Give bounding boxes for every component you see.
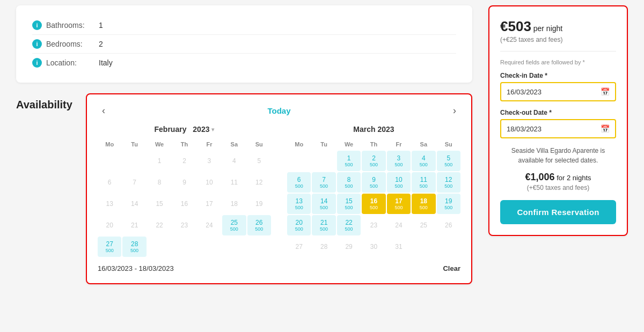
feb-4[interactable]: 4 [222, 151, 246, 171]
feb-18[interactable]: 18 [222, 194, 246, 214]
mar-15[interactable]: 15500 [337, 194, 361, 214]
feb-7[interactable]: 7 [122, 172, 146, 193]
mar-25[interactable]: 25 [412, 215, 435, 235]
mar-3[interactable]: 3500 [387, 151, 411, 171]
calendar-february: February 2023 ▾ Mo Tu We Th Fr Sa [98, 125, 271, 257]
mar-8[interactable]: 8500 [337, 172, 361, 193]
confirm-reservation-button[interactable]: Confirm Reservation [500, 200, 616, 224]
feb-1[interactable]: 1 [148, 151, 171, 171]
feb-9[interactable]: 9 [172, 172, 196, 193]
mar-2[interactable]: 2500 [362, 151, 385, 171]
bedrooms-value: 2 [99, 40, 103, 48]
mar-18[interactable]: 18500 [412, 194, 435, 214]
feb-14[interactable]: 14 [122, 194, 146, 214]
feb-15[interactable]: 15 [148, 194, 171, 214]
mar-7[interactable]: 7500 [312, 172, 335, 193]
feb-24[interactable]: 24 [197, 215, 221, 235]
col-header-tu: Tu [122, 139, 146, 150]
march-col-th: Th [362, 139, 385, 150]
mar-27[interactable]: 27 [287, 237, 311, 257]
page-container: i Bathrooms: 1 i Bedrooms: 2 i Location:… [0, 0, 644, 332]
feb-6[interactable]: 6 [98, 172, 121, 193]
february-grid: Mo Tu We Th Fr Sa Su 1 2 3 [98, 139, 271, 257]
feb-empty-end4 [222, 237, 246, 257]
col-header-we: We [148, 139, 171, 150]
mar-24[interactable]: 24 [387, 215, 411, 235]
mar-20[interactable]: 20500 [287, 215, 311, 235]
mar-12[interactable]: 12500 [437, 172, 460, 193]
mar-5[interactable]: 5500 [437, 151, 460, 171]
mar-29[interactable]: 29 [337, 237, 361, 257]
info-icon-bathrooms: i [32, 20, 42, 30]
feb-16[interactable]: 16 [172, 194, 196, 214]
feb-20[interactable]: 20 [98, 215, 121, 235]
mar-26[interactable]: 26 [437, 215, 460, 235]
feb-8[interactable]: 8 [148, 172, 171, 193]
calendars-row: February 2023 ▾ Mo Tu We Th Fr Sa [98, 125, 460, 257]
mar-13[interactable]: 13500 [287, 194, 311, 214]
mar-empty-end2 [437, 237, 460, 257]
checkout-input-wrap[interactable]: 📅 [500, 119, 616, 138]
feb-13[interactable]: 13 [98, 194, 121, 214]
checkout-input[interactable] [507, 125, 601, 133]
prev-month-button[interactable]: ‹ [98, 105, 109, 116]
feb-21[interactable]: 21 [122, 215, 146, 235]
feb-10[interactable]: 10 [197, 172, 221, 193]
feb-27[interactable]: 27500 [98, 237, 121, 257]
feb-2[interactable]: 2 [172, 151, 196, 171]
feb-17[interactable]: 17 [197, 194, 221, 214]
feb-25[interactable]: 25500 [222, 215, 246, 235]
mar-9[interactable]: 9500 [362, 172, 385, 193]
march-col-sa: Sa [412, 139, 435, 150]
feb-12[interactable]: 12 [247, 172, 271, 193]
mar-21[interactable]: 21500 [312, 215, 335, 235]
availability-message: Seaside Villa Egardo Aparente is availab… [500, 146, 616, 165]
feb-empty-1 [98, 151, 121, 171]
today-button[interactable]: Today [267, 106, 290, 115]
location-label: Location: [46, 58, 94, 67]
next-month-button[interactable]: › [449, 105, 460, 116]
march-col-su: Su [437, 139, 460, 150]
march-title: March 2023 [287, 125, 460, 134]
feb-26[interactable]: 26500 [247, 215, 271, 235]
availability-title: Availability [16, 93, 75, 111]
mar-4[interactable]: 4500 [412, 151, 435, 171]
feb-22[interactable]: 22 [148, 215, 171, 235]
feb-28[interactable]: 28500 [122, 237, 146, 257]
mar-31[interactable]: 31 [387, 237, 411, 257]
mar-28[interactable]: 28 [312, 237, 335, 257]
february-year: 2023 [193, 125, 209, 134]
march-col-we: We [337, 139, 361, 150]
mar-14[interactable]: 14500 [312, 194, 335, 214]
bathrooms-value: 1 [99, 21, 103, 29]
mar-1[interactable]: 1500 [337, 151, 361, 171]
clear-button[interactable]: Clear [443, 264, 460, 272]
checkin-input-wrap[interactable]: 📅 [500, 82, 616, 101]
feb-3[interactable]: 3 [197, 151, 221, 171]
mar-19[interactable]: 19500 [437, 194, 460, 214]
mar-22[interactable]: 22500 [337, 215, 361, 235]
col-header-fr: Fr [197, 139, 221, 150]
mar-10[interactable]: 10500 [387, 172, 411, 193]
info-icon-bedrooms: i [32, 39, 42, 49]
march-grid: Mo Tu We Th Fr Sa Su 1500 2500 [287, 139, 460, 257]
mar-6[interactable]: 6500 [287, 172, 311, 193]
mar-30[interactable]: 30 [362, 237, 385, 257]
feb-empty-end2 [172, 237, 196, 257]
calendar-march: March 2023 Mo Tu We Th Fr Sa Su [287, 125, 460, 257]
mar-23[interactable]: 23 [362, 215, 385, 235]
feb-11[interactable]: 11 [222, 172, 246, 193]
total-price-row: €1,006 for 2 nights [500, 172, 616, 183]
col-header-su: Su [247, 139, 271, 150]
col-header-sa: Sa [222, 139, 246, 150]
info-icon-location: i [32, 58, 42, 68]
mar-17[interactable]: 17500 [387, 194, 411, 214]
checkin-input[interactable] [507, 88, 601, 96]
mar-11[interactable]: 11500 [412, 172, 435, 193]
feb-empty-end3 [197, 237, 221, 257]
feb-19[interactable]: 19 [247, 194, 271, 214]
february-name: February [155, 125, 187, 134]
feb-5[interactable]: 5 [247, 151, 271, 171]
feb-23[interactable]: 23 [172, 215, 196, 235]
mar-16[interactable]: 16500 [362, 194, 385, 214]
